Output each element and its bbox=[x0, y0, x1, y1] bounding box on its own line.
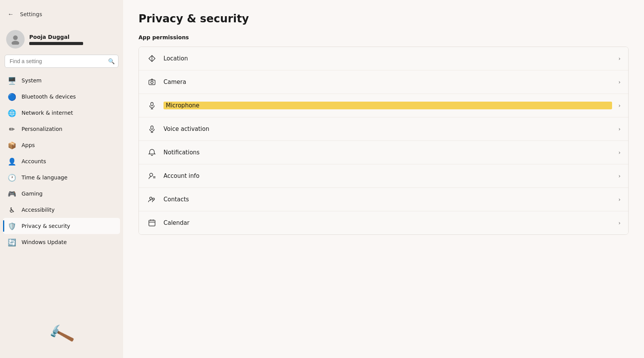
svg-point-1 bbox=[12, 41, 19, 45]
chevron-right-icon: › bbox=[618, 102, 621, 109]
network-icon: 🌐 bbox=[8, 109, 16, 117]
sidebar-item-label-windows-update: Windows Update bbox=[22, 239, 67, 245]
hammer-icon: 🔨 bbox=[47, 320, 76, 349]
settings-item-camera[interactable]: Camera › bbox=[139, 70, 628, 94]
svg-rect-4 bbox=[149, 80, 155, 85]
search-icon: 🔍 bbox=[108, 58, 115, 64]
user-bar bbox=[29, 42, 83, 45]
sidebar-item-label-network: Network & internet bbox=[22, 110, 73, 116]
svg-point-16 bbox=[153, 198, 155, 200]
settings-item-location[interactable]: Location › bbox=[139, 47, 628, 70]
search-container: 🔍 bbox=[0, 55, 123, 72]
sidebar: ← Settings Pooja Duggal 🔍 🖥️ System 🔵 Bl… bbox=[0, 0, 123, 358]
main-content: Privacy & security App permissions Locat… bbox=[123, 0, 644, 358]
accessibility-icon: ♿ bbox=[8, 206, 16, 214]
avatar bbox=[6, 30, 25, 49]
notifications-icon bbox=[147, 147, 157, 158]
settings-item-label-camera: Camera bbox=[164, 79, 612, 85]
account-info-icon bbox=[147, 171, 157, 181]
accounts-icon: 👤 bbox=[8, 157, 16, 166]
chevron-right-icon: › bbox=[618, 196, 621, 202]
sidebar-item-label-gaming: Gaming bbox=[22, 191, 43, 197]
calendar-icon bbox=[147, 217, 157, 228]
privacy-icon: 🛡️ bbox=[8, 222, 16, 230]
settings-item-label-microphone: Microphone bbox=[164, 102, 612, 109]
svg-rect-6 bbox=[151, 102, 153, 106]
settings-list: Location › Camera › Microphone › Voice a… bbox=[138, 47, 629, 235]
settings-item-calendar[interactable]: Calendar › bbox=[139, 211, 628, 234]
voice-activation-icon bbox=[147, 124, 157, 134]
sidebar-item-label-time: Time & language bbox=[22, 174, 67, 181]
settings-item-label-contacts: Contacts bbox=[164, 196, 612, 203]
sidebar-item-label-system: System bbox=[22, 77, 42, 84]
svg-point-0 bbox=[13, 35, 18, 40]
settings-item-account-info[interactable]: Account info › bbox=[139, 164, 628, 188]
settings-item-microphone[interactable]: Microphone › bbox=[139, 94, 628, 117]
section-label: App permissions bbox=[138, 34, 629, 43]
settings-item-label-voice-activation: Voice activation bbox=[164, 125, 612, 132]
sidebar-item-apps[interactable]: 📦 Apps bbox=[3, 137, 120, 153]
microphone-icon bbox=[147, 100, 157, 111]
sidebar-header: ← Settings bbox=[0, 6, 123, 25]
svg-point-5 bbox=[151, 81, 153, 84]
personalization-icon: ✏️ bbox=[8, 125, 16, 133]
chevron-right-icon: › bbox=[618, 173, 621, 179]
settings-item-notifications[interactable]: Notifications › bbox=[139, 141, 628, 164]
sidebar-item-label-privacy: Privacy & security bbox=[22, 223, 70, 229]
sidebar-item-label-accessibility: Accessibility bbox=[22, 207, 55, 213]
settings-item-label-location: Location bbox=[164, 55, 612, 62]
sidebar-item-label-apps: Apps bbox=[22, 142, 35, 148]
settings-item-label-account-info: Account info bbox=[164, 172, 612, 179]
sidebar-item-label-bluetooth: Bluetooth & devices bbox=[22, 94, 76, 100]
windows-update-icon: 🔄 bbox=[8, 238, 16, 246]
svg-rect-17 bbox=[149, 220, 155, 226]
chevron-right-icon: › bbox=[618, 149, 621, 156]
time-icon: 🕐 bbox=[8, 173, 16, 182]
page-title: Privacy & security bbox=[138, 12, 629, 25]
settings-item-contacts[interactable]: Contacts › bbox=[139, 188, 628, 211]
camera-icon bbox=[147, 77, 157, 87]
sidebar-item-label-personalization: Personalization bbox=[22, 126, 62, 132]
sidebar-item-accounts[interactable]: 👤 Accounts bbox=[3, 153, 120, 169]
sidebar-item-network[interactable]: 🌐 Network & internet bbox=[3, 105, 120, 121]
user-info: Pooja Duggal bbox=[29, 34, 83, 45]
system-icon: 🖥️ bbox=[8, 76, 16, 85]
chevron-right-icon: › bbox=[618, 79, 621, 85]
svg-point-15 bbox=[150, 197, 152, 199]
user-name: Pooja Duggal bbox=[29, 34, 83, 40]
sidebar-item-personalization[interactable]: ✏️ Personalization bbox=[3, 121, 120, 137]
chevron-right-icon: › bbox=[618, 126, 621, 132]
user-profile: Pooja Duggal bbox=[0, 25, 123, 55]
sidebar-item-privacy[interactable]: 🛡️ Privacy & security bbox=[3, 218, 120, 234]
sidebar-item-label-accounts: Accounts bbox=[22, 158, 46, 164]
back-button[interactable]: ← bbox=[6, 9, 15, 19]
sidebar-bottom: 🔨 bbox=[0, 318, 123, 352]
nav-list: 🖥️ System 🔵 Bluetooth & devices 🌐 Networ… bbox=[0, 72, 123, 250]
settings-item-label-calendar: Calendar bbox=[164, 219, 612, 226]
sidebar-item-time[interactable]: 🕐 Time & language bbox=[3, 169, 120, 186]
sidebar-item-bluetooth[interactable]: 🔵 Bluetooth & devices bbox=[3, 89, 120, 105]
settings-title: Settings bbox=[20, 11, 42, 17]
chevron-right-icon: › bbox=[618, 55, 621, 62]
sidebar-item-gaming[interactable]: 🎮 Gaming bbox=[3, 186, 120, 202]
apps-icon: 📦 bbox=[8, 141, 16, 149]
search-wrapper: 🔍 bbox=[5, 55, 118, 68]
location-icon bbox=[147, 53, 157, 64]
avatar-icon bbox=[10, 34, 21, 45]
svg-point-12 bbox=[150, 173, 153, 176]
gaming-icon: 🎮 bbox=[8, 189, 16, 198]
search-input[interactable] bbox=[5, 55, 118, 68]
contacts-icon bbox=[147, 194, 157, 205]
sidebar-item-windows-update[interactable]: 🔄 Windows Update bbox=[3, 234, 120, 250]
bluetooth-icon: 🔵 bbox=[8, 92, 16, 101]
settings-item-voice-activation[interactable]: Voice activation › bbox=[139, 117, 628, 141]
sidebar-item-system[interactable]: 🖥️ System bbox=[3, 72, 120, 89]
settings-item-label-notifications: Notifications bbox=[164, 149, 612, 156]
chevron-right-icon: › bbox=[618, 220, 621, 226]
svg-rect-9 bbox=[151, 126, 153, 129]
sidebar-item-accessibility[interactable]: ♿ Accessibility bbox=[3, 202, 120, 218]
